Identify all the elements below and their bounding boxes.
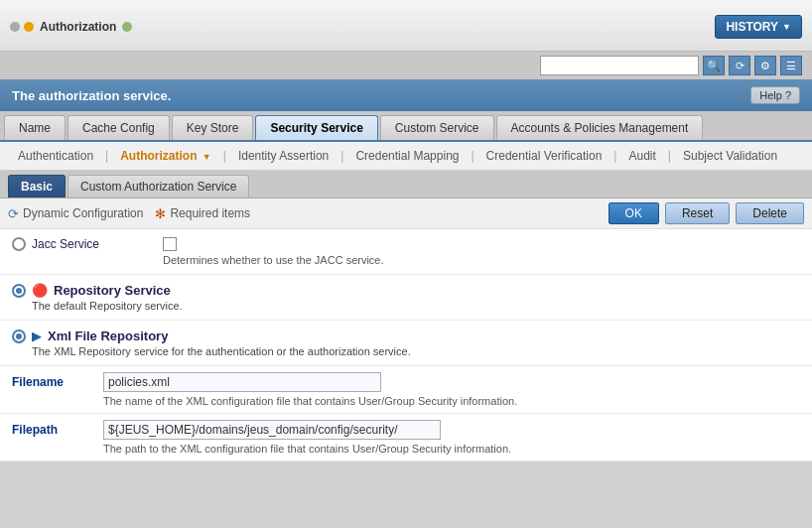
delete-button[interactable]: Delete [736,202,804,224]
page-title: Authorization [40,20,116,34]
xmlfile-header: ▶ Xml File Repository [12,329,800,343]
jacc-checkbox[interactable] [163,237,177,251]
divider-6: | [666,149,673,163]
inner-tab-basic[interactable]: Basic [8,175,66,198]
help-button[interactable]: Help ? [750,86,800,104]
inner-tabs: Basic Custom Authorization Service [0,171,812,198]
banner-text: The authorization service. [12,88,171,103]
content-area: Jacc Service Determines whether to use t… [0,229,812,462]
subtab-credential-mapping[interactable]: Credential Mapping [345,146,469,166]
dot-orange [24,22,34,32]
filepath-note: The path to the XML configuration file t… [103,443,800,455]
filepath-input[interactable] [103,420,441,440]
dot-green [122,22,132,32]
filename-input[interactable] [103,372,381,392]
dynamic-config-item: ⟳ Dynamic Configuration [8,206,143,221]
toolbar-left: ⟳ Dynamic Configuration ✻ Required items [8,206,250,221]
xmlfile-radio[interactable] [12,330,26,343]
jacc-label-cell: Jacc Service [12,237,151,251]
repository-header: 🔴 Repository Service [12,283,800,298]
divider-4: | [469,149,475,163]
divider-3: | [338,149,345,163]
divider-5: | [611,149,618,163]
jacc-section: Jacc Service Determines whether to use t… [0,229,812,275]
inner-tab-custom-auth[interactable]: Custom Authorization Service [68,175,249,198]
xmlfile-section: ▶ Xml File Repository The XML Repository… [0,321,812,366]
filepath-label: Filepath [12,420,91,437]
tab-name[interactable]: Name [4,115,66,140]
xmlfile-desc: The XML Repository service for the authe… [32,345,800,357]
subtab-identity-assertion[interactable]: Identity Assertion [228,146,338,166]
dynamic-config-label: Dynamic Configuration [23,206,143,220]
repository-desc: The default Repository service. [32,300,800,312]
subtab-authorization[interactable]: Authorization ▼ [110,146,221,166]
tab-accounts-policies[interactable]: Accounts & Policies Management [496,115,704,140]
search-row: 🔍 ⟳ ⚙ ☰ [0,52,812,79]
refresh-button[interactable]: ⟳ [729,56,750,75]
banner: The authorization service. Help ? [0,79,812,111]
filename-note: The name of the XML configuration file t… [103,395,800,407]
app-title: Authorization [10,20,132,34]
filepath-row: Filepath The path to the XML configurati… [0,414,812,462]
subtab-authorization-label: Authorization [120,149,197,163]
tab-cache-config[interactable]: Cache Config [68,115,170,140]
filename-row: Filename The name of the XML configurati… [0,366,812,414]
search-button[interactable]: 🔍 [703,56,725,75]
repository-radio[interactable] [12,284,26,298]
main-tabs: Name Cache Config Key Store Security Ser… [0,111,812,142]
jacc-radio[interactable] [12,237,26,251]
repository-section: 🔴 Repository Service The default Reposit… [0,275,812,321]
repository-title: Repository Service [54,283,171,298]
xmlfile-title: Xml File Repository [48,329,168,343]
sub-tabs: Authentication | Authorization ▼ | Ident… [0,142,812,171]
jacc-right: Determines whether to use the JACC servi… [163,237,384,266]
reset-button[interactable]: Reset [665,202,730,224]
filename-label: Filename [12,372,91,389]
dynamic-config-icon: ⟳ [8,206,19,221]
tab-key-store[interactable]: Key Store [172,115,254,140]
jacc-service-label: Jacc Service [32,237,99,251]
header: Authorization HISTORY ▼ [0,0,812,52]
xmlfile-icon: ▶ [32,329,42,343]
jacc-desc: Determines whether to use the JACC servi… [163,254,384,266]
divider-1: | [103,149,110,163]
tab-security-service[interactable]: Security Service [255,115,377,140]
history-label: HISTORY [726,20,778,34]
repository-icon: 🔴 [32,283,48,298]
window-dots [10,22,34,32]
toolbar: ⟳ Dynamic Configuration ✻ Required items… [0,198,812,229]
dropdown-icon: ▼ [203,152,211,162]
divider-2: | [221,149,228,163]
search-input[interactable] [540,56,699,75]
history-button[interactable]: HISTORY ▼ [715,15,802,39]
ok-button[interactable]: OK [609,202,659,224]
tab-custom-service[interactable]: Custom Service [380,115,494,140]
subtab-credential-verification[interactable]: Credential Verification [476,146,612,166]
filepath-right: The path to the XML configuration file t… [103,420,800,455]
dot-gray [10,22,20,32]
filename-right: The name of the XML configuration file t… [103,372,800,407]
settings-button[interactable]: ⚙ [754,56,776,75]
subtab-audit[interactable]: Audit [618,146,665,166]
required-items-label: Required items [170,206,250,220]
required-items-item: ✻ Required items [155,206,250,221]
subtab-subject-validation[interactable]: Subject Validation [673,146,787,166]
toolbar-right: OK Reset Delete [609,202,804,224]
chevron-down-icon: ▼ [782,22,791,32]
required-icon: ✻ [155,206,166,221]
menu-button[interactable]: ☰ [780,56,802,75]
subtab-authentication[interactable]: Authentication [8,146,103,166]
